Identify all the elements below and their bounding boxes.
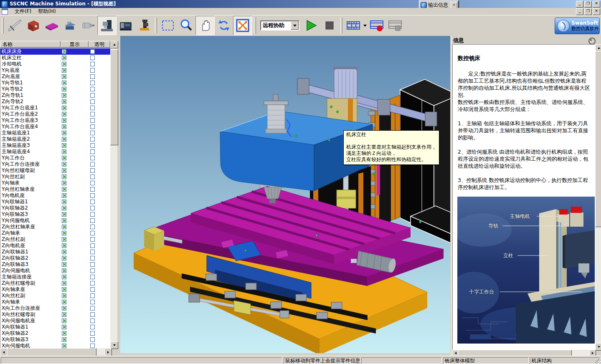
part-row[interactable]: Y向底座 bbox=[0, 67, 110, 73]
show-checkbox[interactable] bbox=[62, 118, 66, 123]
film-dropdown-arrow-icon[interactable] bbox=[363, 25, 367, 27]
part-row[interactable]: 机床床身 bbox=[0, 48, 110, 55]
show-checkbox[interactable] bbox=[62, 281, 66, 286]
transparent-checkbox[interactable] bbox=[90, 56, 95, 60]
show-checkbox[interactable] bbox=[62, 237, 66, 242]
transparent-checkbox[interactable] bbox=[90, 49, 95, 54]
show-checkbox[interactable] bbox=[62, 68, 66, 73]
part-row[interactable]: X向联轴器2 bbox=[0, 330, 110, 336]
part-row[interactable]: Z向丝杠轴承座 bbox=[0, 224, 110, 230]
part-row[interactable]: Z向导轨1 bbox=[0, 92, 110, 99]
part-row[interactable]: Z向联轴器1 bbox=[0, 249, 110, 255]
scroll-down-icon[interactable] bbox=[595, 343, 601, 351]
transparent-checkbox[interactable] bbox=[90, 149, 95, 154]
part-row[interactable]: X向联轴器3 bbox=[0, 336, 110, 343]
part-row[interactable]: Y向导轨2 bbox=[0, 86, 110, 92]
transparent-checkbox[interactable] bbox=[90, 162, 95, 167]
transparent-checkbox[interactable] bbox=[90, 193, 95, 198]
output-info-close-button[interactable]: x bbox=[451, 2, 457, 8]
rotate-tool-button[interactable] bbox=[215, 16, 233, 35]
show-checkbox[interactable] bbox=[62, 149, 66, 154]
scroll-up-icon[interactable] bbox=[110, 41, 118, 48]
show-checkbox[interactable] bbox=[62, 206, 66, 210]
document-icon[interactable] bbox=[2, 8, 8, 15]
part-row[interactable]: Y向联轴器1 bbox=[0, 199, 110, 205]
transparent-checkbox[interactable] bbox=[90, 318, 95, 323]
remote-assist-dropdown[interactable]: 远程协助 bbox=[260, 20, 299, 30]
show-checkbox[interactable] bbox=[62, 74, 66, 79]
transparent-checkbox[interactable] bbox=[90, 225, 95, 229]
restore-button[interactable]: ❐ bbox=[584, 1, 592, 8]
show-checkbox[interactable] bbox=[62, 87, 66, 91]
transparent-checkbox[interactable] bbox=[90, 131, 95, 135]
show-checkbox[interactable] bbox=[62, 174, 66, 179]
show-checkbox[interactable] bbox=[62, 318, 66, 323]
show-checkbox[interactable] bbox=[62, 275, 66, 279]
transparent-checkbox[interactable] bbox=[90, 212, 95, 217]
show-checkbox[interactable] bbox=[62, 137, 66, 142]
transparent-checkbox[interactable] bbox=[90, 206, 95, 210]
part-row[interactable]: 主轴箱连接座 bbox=[0, 274, 110, 280]
part-row[interactable]: Y向联轴器3 bbox=[0, 211, 110, 217]
part-row[interactable]: Z向导轨2 bbox=[0, 99, 110, 105]
transparent-checkbox[interactable] bbox=[90, 106, 95, 110]
transparent-checkbox[interactable] bbox=[90, 81, 95, 85]
show-checkbox[interactable] bbox=[62, 93, 66, 98]
show-checkbox[interactable] bbox=[62, 187, 66, 192]
transparent-checkbox[interactable] bbox=[90, 168, 95, 173]
spindle-box-part-button[interactable] bbox=[24, 16, 42, 35]
spindle-part-button[interactable] bbox=[79, 16, 97, 35]
show-checkbox[interactable] bbox=[62, 81, 66, 85]
show-checkbox[interactable] bbox=[62, 344, 66, 348]
fit-view-button[interactable] bbox=[233, 16, 252, 35]
transparent-checkbox[interactable] bbox=[90, 268, 95, 273]
child-restore-button[interactable]: ❐ bbox=[584, 8, 592, 15]
show-checkbox[interactable] bbox=[62, 293, 66, 298]
parts-vertical-scrollbar[interactable] bbox=[110, 41, 117, 348]
transparent-checkbox[interactable] bbox=[90, 156, 95, 160]
show-checkbox[interactable] bbox=[62, 256, 66, 260]
show-checkbox[interactable] bbox=[62, 156, 66, 160]
show-checkbox[interactable] bbox=[62, 181, 66, 185]
ballscrew-part-button[interactable] bbox=[5, 16, 24, 35]
part-row[interactable]: Z向联轴器2 bbox=[0, 255, 110, 261]
resize-grip[interactable] bbox=[595, 359, 601, 364]
show-checkbox[interactable] bbox=[62, 325, 66, 329]
transparent-checkbox[interactable] bbox=[90, 68, 95, 73]
transparent-checkbox[interactable] bbox=[90, 344, 95, 348]
part-row[interactable]: 主轴箱底座4 bbox=[0, 149, 110, 155]
transparent-checkbox[interactable] bbox=[90, 331, 95, 336]
show-checkbox[interactable] bbox=[62, 106, 66, 110]
close-button[interactable]: ✕ bbox=[593, 1, 600, 8]
part-row[interactable]: Z向轴承 bbox=[0, 230, 110, 236]
show-checkbox[interactable] bbox=[62, 306, 66, 311]
part-row[interactable]: 机床立柱 bbox=[0, 55, 110, 61]
part-row[interactable]: X向轴承座 bbox=[0, 286, 110, 293]
transparent-checkbox[interactable] bbox=[90, 93, 95, 98]
part-row[interactable]: Z向联轴器3 bbox=[0, 261, 110, 268]
toolbar-grip[interactable] bbox=[254, 18, 256, 33]
transparent-checkbox[interactable] bbox=[90, 99, 95, 104]
pan-tool-button[interactable] bbox=[195, 16, 215, 35]
transparent-checkbox[interactable] bbox=[90, 62, 95, 66]
animation-button[interactable] bbox=[344, 16, 363, 35]
part-row[interactable]: X向丝杠副 bbox=[0, 293, 110, 299]
show-checkbox[interactable] bbox=[62, 243, 66, 248]
milling-machine-button[interactable] bbox=[97, 16, 117, 35]
scrollbar-thumb[interactable] bbox=[7, 348, 96, 356]
transparent-checkbox[interactable] bbox=[90, 250, 95, 254]
scroll-right-icon[interactable] bbox=[104, 348, 112, 356]
part-row[interactable]: Y向工作台底座4 bbox=[0, 124, 110, 130]
transparent-checkbox[interactable] bbox=[90, 293, 95, 298]
transparent-checkbox[interactable] bbox=[90, 143, 95, 148]
transparent-checkbox[interactable] bbox=[90, 256, 95, 260]
part-row[interactable]: X向伺服电机 bbox=[0, 343, 110, 348]
child-minimize-button[interactable]: _ bbox=[576, 8, 583, 15]
transparent-checkbox[interactable] bbox=[90, 325, 95, 329]
show-checkbox[interactable] bbox=[62, 200, 66, 204]
part-row[interactable]: Z向丝杠副 bbox=[0, 236, 110, 243]
show-checkbox[interactable] bbox=[62, 331, 66, 336]
part-row[interactable]: Y向工作台底座1 bbox=[0, 105, 110, 111]
show-checkbox[interactable] bbox=[62, 231, 66, 235]
part-row[interactable]: Y向丝杠轴承座 bbox=[0, 186, 110, 192]
